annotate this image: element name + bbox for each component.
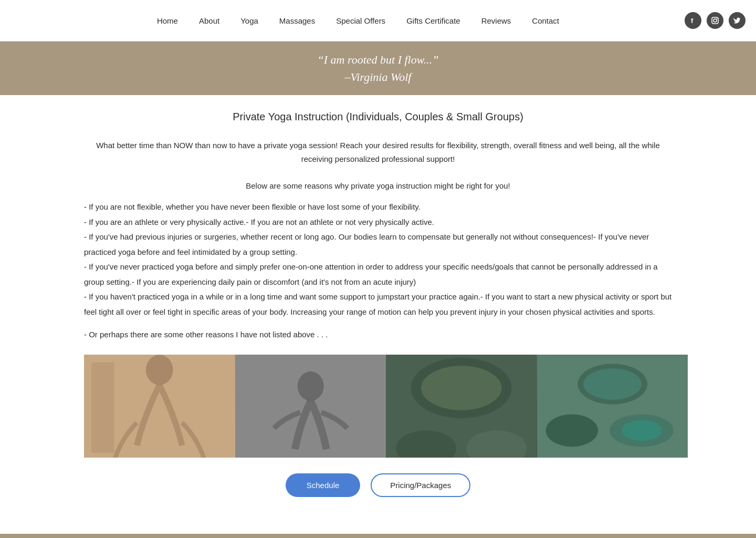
- nav-home[interactable]: Home: [157, 16, 178, 25]
- svg-point-3: [717, 18, 718, 19]
- gallery-image-3: [386, 355, 537, 458]
- nav-massages[interactable]: Massages: [279, 16, 315, 25]
- instagram-icon[interactable]: [707, 12, 723, 29]
- svg-point-5: [146, 355, 173, 385]
- social-icons: f: [685, 12, 746, 29]
- other-reasons: - Or perhaps there are some other reason…: [84, 330, 672, 339]
- svg-point-11: [421, 366, 501, 410]
- nav-gifts-certificate[interactable]: Gifts Certificate: [406, 16, 460, 25]
- reasons-title: Below are some reasons why private yoga …: [84, 181, 672, 190]
- twitter-icon[interactable]: [729, 12, 746, 29]
- quote-line1: “I am rooted but I flow...”: [10, 51, 746, 68]
- nav-links: Home About Yoga Massages Special Offers …: [32, 16, 685, 25]
- svg-rect-6: [91, 363, 114, 453]
- svg-point-19: [621, 420, 662, 441]
- button-row: Schedule Pricing/Packages: [84, 473, 672, 497]
- navigation: Home About Yoga Massages Special Offers …: [0, 0, 756, 42]
- footer: 494 Henderson Road, Suite C Asheville, N…: [0, 534, 756, 538]
- svg-rect-1: [712, 17, 718, 24]
- reason-item: - If you haven't practiced yoga in a whi…: [84, 289, 672, 319]
- image-gallery: [84, 355, 688, 458]
- pricing-button[interactable]: Pricing/Packages: [371, 473, 470, 497]
- reasons-list: - If you are not flexible, whether you h…: [84, 200, 672, 319]
- reason-item: - If you are not flexible, whether you h…: [84, 200, 672, 215]
- schedule-button[interactable]: Schedule: [286, 473, 361, 497]
- svg-point-16: [583, 368, 642, 400]
- gallery-image-2: [235, 355, 386, 458]
- svg-text:f: f: [691, 17, 694, 24]
- reason-item: - If you've never practiced yoga before …: [84, 260, 672, 289]
- page-title: Private Yoga Instruction (Individuals, C…: [84, 111, 672, 123]
- reason-item: - If you are an athlete or very physical…: [84, 215, 672, 230]
- quote-line2: –Virginia Wolf: [10, 68, 746, 86]
- nav-contact[interactable]: Contact: [532, 16, 559, 25]
- reason-item: - If you've had previous injuries or sur…: [84, 230, 672, 260]
- gallery-image-1: [84, 355, 235, 458]
- quote-banner: “I am rooted but I flow...” –Virginia Wo…: [0, 42, 756, 95]
- gallery-image-4: [537, 355, 688, 458]
- nav-special-offers[interactable]: Special Offers: [336, 16, 385, 25]
- facebook-icon[interactable]: f: [685, 12, 701, 29]
- nav-about[interactable]: About: [199, 16, 219, 25]
- main-content: Private Yoga Instruction (Individuals, C…: [42, 95, 714, 534]
- intro-text: What better time than NOW than now to ha…: [84, 139, 672, 165]
- svg-point-17: [545, 414, 598, 447]
- svg-point-8: [297, 371, 323, 401]
- nav-yoga[interactable]: Yoga: [240, 16, 258, 25]
- svg-point-2: [713, 19, 717, 22]
- nav-reviews[interactable]: Reviews: [481, 16, 511, 25]
